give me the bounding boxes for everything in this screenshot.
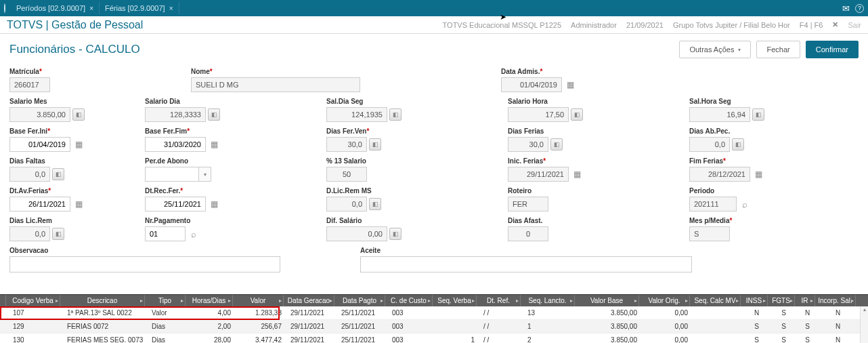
aceite-field[interactable] [360, 256, 692, 273]
col-seq-calc-mv[interactable]: Seq. Calc MV▸ [690, 295, 741, 306]
salario-dia-field[interactable] [145, 107, 206, 122]
col-inss[interactable]: INSS▸ [741, 295, 768, 306]
col-centro-custo[interactable]: C. de Custo▸ [385, 295, 433, 306]
calc-icon[interactable] [52, 228, 64, 240]
calendar-icon[interactable] [571, 168, 583, 180]
table-cell: S [771, 323, 798, 330]
table-cell: 2,00 [188, 323, 236, 330]
aceite-label: Aceite [360, 247, 699, 254]
base-fer-fim-field[interactable] [145, 137, 206, 152]
nome-field[interactable] [191, 77, 360, 92]
salario-hora-label: Salario Hora [508, 98, 677, 105]
col-descricao[interactable]: Descricao▸ [60, 295, 145, 306]
dias-lic-rem-field[interactable] [9, 226, 50, 241]
calc-icon[interactable] [389, 228, 402, 240]
per-abono-field[interactable] [145, 167, 199, 182]
p13-field[interactable] [326, 167, 367, 182]
col-ir[interactable]: IR▸ [795, 295, 815, 306]
close-icon[interactable]: × [169, 5, 173, 12]
col-seq-verba[interactable]: Seq. Verba▸ [433, 295, 477, 306]
dias-faltas-field[interactable] [9, 167, 50, 182]
salario-hora-field[interactable] [508, 107, 569, 122]
calendar-icon[interactable] [208, 138, 220, 150]
periodo-field[interactable] [689, 197, 737, 211]
table-cell: S [743, 323, 771, 330]
inic-ferias-field[interactable] [508, 167, 569, 182]
calc-icon[interactable] [571, 108, 583, 121]
table-row[interactable]: 130FERIAS MES SEG. 0073Dias28,003.477,42… [0, 334, 868, 343]
data-admis-field[interactable] [501, 77, 562, 92]
calc-icon[interactable] [732, 138, 744, 150]
col-valor[interactable]: Valor▸ [233, 295, 284, 306]
calc-icon[interactable] [369, 198, 381, 210]
calc-icon[interactable] [550, 138, 563, 150]
col-codigo-verba[interactable]: Codigo Verba▸ [6, 295, 60, 306]
nr-pagamento-field[interactable] [145, 226, 186, 241]
scrollbar[interactable]: ▴▾ [860, 306, 868, 343]
chevron-down-icon[interactable] [199, 167, 211, 182]
dif-salario-field[interactable] [326, 226, 387, 241]
calendar-icon[interactable] [564, 79, 576, 91]
mes-p-media-field[interactable] [689, 226, 730, 241]
col-dt-ref[interactable]: Dt. Ref.▸ [477, 295, 521, 306]
col-seq-lancto[interactable]: Seq. Lancto.▸ [521, 295, 575, 306]
tab-periodos[interactable]: Períodos [02.9.0007] × [11, 2, 100, 14]
fim-ferias-field[interactable] [689, 167, 750, 182]
table-cell: / / [479, 323, 523, 330]
base-fer-ini-field[interactable] [9, 137, 70, 152]
table-cell: 2 [523, 336, 578, 343]
mes-p-media-label: Mes p/Media [689, 217, 859, 224]
search-icon[interactable] [188, 228, 200, 240]
col-data-geracao[interactable]: Data Geracao▸ [284, 295, 334, 306]
calc-icon[interactable] [389, 108, 402, 121]
sal-hora-seg-label: Sal.Hora Seg [689, 98, 859, 105]
dias-fer-ven-field[interactable] [326, 137, 367, 152]
other-actions-button[interactable]: Outras Ações [679, 41, 751, 58]
salario-mes-field[interactable] [9, 107, 70, 122]
dt-av-ferias-field[interactable] [9, 197, 70, 211]
help-icon[interactable]: ? [855, 4, 864, 13]
calendar-icon[interactable] [72, 198, 85, 210]
close-x-button[interactable]: ✕ [832, 20, 838, 29]
table-row[interactable]: 1071ª PAR.13º SAL 0022Valor4,001.283,332… [0, 306, 868, 320]
calc-icon[interactable] [52, 168, 64, 180]
tab-ferias[interactable]: Férias [02.9.0007] × [100, 2, 179, 14]
calc-icon[interactable] [369, 138, 381, 150]
col-horas-dias[interactable]: Horas/Dias▸ [186, 295, 233, 306]
confirm-button[interactable]: Confirmar [806, 41, 859, 58]
col-incorp-sal[interactable]: Incorp. Sal.▸ [815, 295, 856, 306]
search-icon[interactable] [739, 198, 751, 210]
matricula-field[interactable] [9, 77, 50, 92]
dias-afast-field[interactable] [508, 226, 548, 241]
d-lic-rem-ms-field[interactable] [326, 197, 367, 211]
table-cell: 4,00 [188, 309, 236, 317]
close-button[interactable]: Fechar [756, 41, 800, 58]
table-cell: S [798, 336, 818, 343]
col-fgts[interactable]: FGTS▸ [768, 295, 795, 306]
col-tipo[interactable]: Tipo▸ [145, 295, 186, 306]
calendar-icon[interactable] [208, 198, 220, 210]
table-cell: 3.850,00 [578, 323, 642, 330]
sal-dia-seg-field[interactable] [326, 107, 387, 122]
reload-icon[interactable] [4, 4, 5, 12]
col-data-pagto[interactable]: Data Pagto▸ [334, 295, 385, 306]
exit-link[interactable]: Sair [848, 21, 861, 29]
roteiro-field[interactable] [508, 197, 548, 211]
close-icon[interactable]: × [89, 5, 93, 12]
calc-icon[interactable] [208, 108, 220, 121]
col-valor-orig[interactable]: Valor Orig.▸ [639, 295, 690, 306]
dt-rec-fer-field[interactable] [145, 197, 206, 211]
col-valor-base[interactable]: Valor Base▸ [575, 295, 639, 306]
table-row[interactable]: 129FERIAS 0072Dias2,00256,6729/11/202125… [0, 320, 868, 334]
calc-icon[interactable] [752, 108, 764, 121]
calendar-icon[interactable] [72, 138, 85, 150]
infobar: TOTVS | Gestão de Pessoal TOTVS Educacio… [0, 16, 868, 34]
dias-ferias-field[interactable] [508, 137, 548, 152]
observacao-field[interactable] [9, 256, 280, 273]
calendar-icon[interactable] [752, 168, 764, 180]
table-cell: N [743, 309, 771, 317]
dias-ab-pec-field[interactable] [689, 137, 730, 152]
calc-icon[interactable] [72, 108, 85, 121]
sal-hora-seg-field[interactable] [689, 107, 750, 122]
mail-icon[interactable]: ✉ [842, 3, 850, 14]
